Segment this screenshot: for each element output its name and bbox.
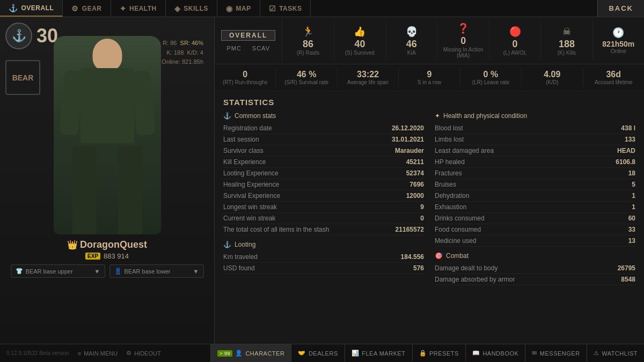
- tab-map[interactable]: ◉ MAP: [217, 0, 260, 17]
- version-text: 0.12.9.10532 Beta version: [6, 350, 69, 356]
- stat-mia: ❓ 0 Missing In Action (MIA): [437, 20, 489, 61]
- s-in-row-value: 9: [427, 70, 432, 79]
- tab-gear-label: GEAR: [82, 5, 102, 12]
- awol-icon: 🔴: [509, 26, 521, 38]
- stat-label: Healing Experience: [223, 181, 279, 188]
- stat-awol: 🔴 0 (L) AWOL: [489, 20, 541, 61]
- table-row: Damage dealt to body26795: [435, 263, 635, 274]
- tab-overall[interactable]: ⚓ OVERALL: [0, 0, 63, 17]
- stat-label: Bruises: [435, 181, 456, 188]
- stats-icons-row: 🏃 86 (R) Raids 👍 40 (S) Survived 💀 46 KI…: [282, 20, 644, 61]
- account-lifetime-value: 36d: [606, 70, 621, 79]
- char-arm-right: [131, 70, 155, 136]
- upper-slot[interactable]: 👕 BEAR base upper ▼: [11, 264, 105, 278]
- bottom-nav-presets[interactable]: 🔒 PRESETS: [412, 344, 465, 363]
- health-stats-rows: Blood lost438 lLimbs lost133Least damage…: [435, 123, 635, 247]
- stat-kd: 4.09 (K/D): [522, 68, 583, 87]
- char-head: [92, 39, 122, 71]
- hideout-label: HIDEOUT: [134, 350, 161, 357]
- stats-two-col: ⚓ Common stats Registration date26.12.20…: [223, 112, 635, 285]
- health-stats-icon: ✦: [435, 112, 440, 120]
- stat-survived: 👍 40 (S) Survived: [334, 20, 386, 61]
- table-row: Drinks consumed60: [435, 213, 635, 224]
- stat-kia: 💀 46 KIA: [386, 20, 437, 61]
- faction-name: BEAR: [12, 73, 34, 82]
- flea-market-icon: 📊: [352, 350, 360, 357]
- presets-label: PRESETS: [429, 350, 459, 357]
- stat-raids: 🏃 86 (R) Raids: [282, 20, 334, 61]
- tab-skills[interactable]: ◈ SKILLS: [166, 0, 217, 17]
- bottom-nav-flea-market[interactable]: 📊 FLEA MARKET: [345, 344, 412, 363]
- stat-label: Current win streak: [223, 215, 275, 222]
- table-row: Medicine used13: [435, 235, 635, 247]
- kills-icon: ☠: [562, 26, 571, 38]
- table-row: Km traveled184.556: [223, 252, 424, 263]
- bottom-nav-messenger[interactable]: ✉ MESSENGER: [525, 344, 586, 363]
- kia-icon: 💀: [406, 26, 418, 38]
- tab-tasks[interactable]: ☑ TASKS: [260, 0, 311, 17]
- kd-label: (K/D): [546, 79, 558, 85]
- hideout-button[interactable]: ⚙ HIDEOUT: [126, 350, 161, 357]
- stat-label: HP healed: [435, 158, 465, 166]
- stat-label: The total cost of all items in the stash: [223, 226, 329, 233]
- main-menu-button[interactable]: ≡ MAIN MENU: [78, 350, 118, 357]
- watchlist-icon: ⚠: [594, 350, 599, 357]
- handbook-label: HANDBOOK: [482, 350, 518, 357]
- messenger-icon: ✉: [532, 350, 537, 357]
- account-lifetime-label: Account lifetime: [595, 79, 633, 85]
- lower-slot[interactable]: 👖 BEAR base lower ▼: [109, 264, 204, 278]
- character-figure: [32, 33, 182, 237]
- stat-label: Damage dealt to body: [435, 264, 497, 272]
- stat-label: Food consumed: [435, 226, 481, 233]
- tab-gear[interactable]: ⚙ GEAR: [63, 0, 111, 17]
- bottom-nav-character[interactable]: > 99 👤 CHARACTER: [210, 344, 291, 363]
- stat-value: 0: [420, 215, 424, 222]
- stat-value: 18: [628, 169, 635, 177]
- equipment-row: 👕 BEAR base upper ▼ 👖 BEAR base lower ▼: [5, 264, 209, 278]
- back-button[interactable]: BACK: [597, 0, 644, 17]
- stat-value: 45211: [406, 158, 424, 166]
- tab-health[interactable]: ✦ HEALTH: [111, 0, 166, 17]
- tab-tasks-label: TASKS: [279, 5, 302, 12]
- character-panel: ⚓ 30 BEAR R: 86 SR: 46% K: 188 K/D: 4 LR…: [0, 17, 215, 344]
- kia-label: KIA: [407, 50, 416, 56]
- mia-label: Missing In Action (MIA): [440, 47, 486, 58]
- stat-value: 8548: [621, 276, 635, 283]
- char-leg-left: [72, 146, 97, 234]
- raids-label: (R) Raids: [297, 50, 319, 56]
- stat-value: 5: [632, 181, 635, 188]
- top-navigation: ⚓ OVERALL ⚙ GEAR ✦ HEALTH ◈ SKILLS ◉ MAP…: [0, 0, 644, 17]
- awol-value: 0: [513, 39, 518, 50]
- table-row: Kill Experience45211: [223, 157, 424, 168]
- right-stats-col: ✦ Health and physical condition Blood lo…: [435, 112, 635, 285]
- tab-overall-label: OVERALL: [21, 4, 54, 12]
- online-label: Online: [611, 48, 626, 54]
- scav-label: SCAV: [252, 45, 270, 51]
- mia-icon: ❓: [457, 23, 469, 34]
- back-label: BACK: [609, 4, 633, 12]
- second-stats-row: 0 (RT) Run-throughs 46 % (S/R) Survival …: [215, 64, 644, 91]
- mia-value: 0: [460, 35, 466, 47]
- bottom-nav-handbook[interactable]: 📖 HANDBOOK: [465, 344, 525, 363]
- tab-map-label: MAP: [236, 5, 251, 12]
- right-panel: OVERALL PMC SCAV 🏃 86 (R) Raids 👍 40: [215, 17, 644, 344]
- lower-slot-arrow: ▼: [193, 268, 199, 275]
- bottom-navigation: 0.12.9.10532 Beta version ≡ MAIN MENU ⚙ …: [0, 344, 644, 362]
- stat-s-in-row: 9 S in a row: [399, 68, 460, 87]
- shirt-icon: 👕: [16, 268, 23, 275]
- table-row: USD found576: [223, 263, 424, 274]
- stat-value: 1: [632, 203, 635, 211]
- stat-value: 52374: [406, 169, 424, 177]
- skills-icon: ◈: [174, 4, 181, 13]
- stat-label: Survival Experience: [223, 192, 280, 200]
- avg-lifespan-value: 33:22: [357, 70, 379, 79]
- raids-value: 86: [303, 39, 313, 50]
- stat-value: Marauder: [395, 147, 424, 154]
- stat-value: 26.12.2020: [392, 124, 424, 132]
- bottom-left: 0.12.9.10532 Beta version ≡ MAIN MENU ⚙ …: [0, 350, 167, 357]
- kills-label: (K) Kills: [558, 50, 576, 56]
- dealers-icon: 🤝: [298, 350, 306, 357]
- looting-stats-title: ⚓ Looting: [223, 241, 424, 248]
- bottom-nav-dealers[interactable]: 🤝 DEALERS: [291, 344, 344, 363]
- bottom-nav-watchlist[interactable]: ⚠ WATCHLIST: [587, 344, 644, 363]
